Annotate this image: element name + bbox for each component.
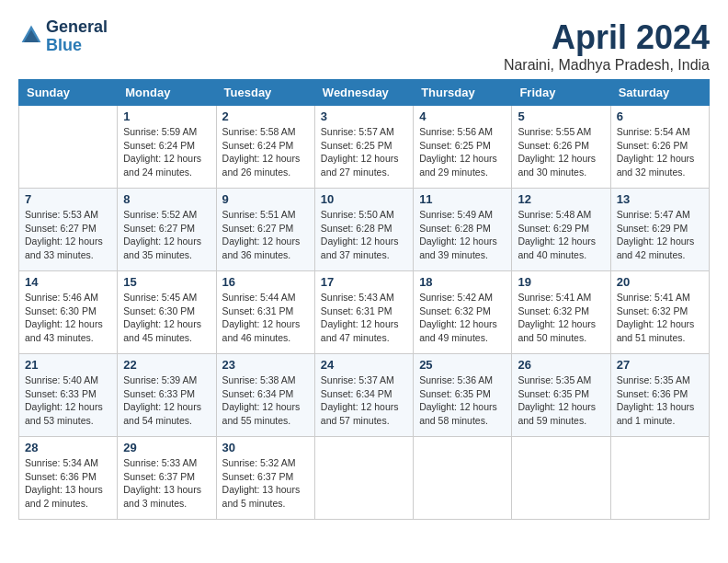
day-number-12: 12	[518, 192, 604, 206]
cell-w2-d5: 11Sunrise: 5:49 AMSunset: 6:28 PMDayligh…	[414, 189, 512, 271]
logo-text-line1: General	[46, 18, 108, 37]
day-info-4: Sunrise: 5:56 AMSunset: 6:25 PMDaylight:…	[419, 125, 506, 179]
day-number-28: 28	[25, 441, 111, 454]
day-info-25: Sunrise: 5:36 AMSunset: 6:35 PMDaylight:…	[419, 373, 506, 428]
week-row-4: 21Sunrise: 5:40 AMSunset: 6:33 PMDayligh…	[19, 354, 710, 437]
day-info-9: Sunrise: 5:51 AMSunset: 6:27 PMDaylight:…	[222, 208, 309, 262]
day-info-5: Sunrise: 5:55 AMSunset: 6:26 PMDaylight:…	[518, 125, 604, 179]
cell-w2-d3: 9Sunrise: 5:51 AMSunset: 6:27 PMDaylight…	[216, 189, 314, 271]
day-number-18: 18	[419, 275, 506, 289]
cell-w1-d5: 4Sunrise: 5:56 AMSunset: 6:25 PMDaylight…	[414, 106, 512, 189]
cell-w2-d7: 13Sunrise: 5:47 AMSunset: 6:29 PMDayligh…	[610, 189, 709, 271]
cell-w3-d1: 14Sunrise: 5:46 AMSunset: 6:30 PMDayligh…	[19, 271, 118, 354]
logo-text-line2: Blue	[46, 37, 108, 55]
day-number-4: 4	[419, 109, 506, 123]
day-number-17: 17	[321, 275, 407, 289]
col-wednesday: Wednesday	[314, 80, 413, 106]
cell-w4-d1: 21Sunrise: 5:40 AMSunset: 6:33 PMDayligh…	[19, 354, 118, 437]
day-number-5: 5	[518, 109, 604, 123]
cell-w5-d1: 28Sunrise: 5:34 AMSunset: 6:36 PMDayligh…	[19, 437, 118, 520]
weekday-header-row: Sunday Monday Tuesday Wednesday Thursday…	[19, 80, 710, 106]
day-info-8: Sunrise: 5:52 AMSunset: 6:27 PMDaylight:…	[123, 208, 210, 262]
day-number-3: 3	[321, 109, 407, 123]
day-info-22: Sunrise: 5:39 AMSunset: 6:33 PMDaylight:…	[123, 373, 210, 428]
day-info-1: Sunrise: 5:59 AMSunset: 6:24 PMDaylight:…	[123, 125, 210, 179]
day-number-27: 27	[617, 358, 703, 372]
day-number-6: 6	[617, 109, 703, 123]
cell-w4-d6: 26Sunrise: 5:35 AMSunset: 6:35 PMDayligh…	[512, 354, 610, 437]
logo: General Blue	[18, 18, 108, 55]
day-number-22: 22	[123, 358, 210, 372]
day-info-29: Sunrise: 5:33 AMSunset: 6:37 PMDaylight:…	[123, 456, 210, 511]
cell-w3-d6: 19Sunrise: 5:41 AMSunset: 6:32 PMDayligh…	[512, 271, 610, 354]
cell-w3-d5: 18Sunrise: 5:42 AMSunset: 6:32 PMDayligh…	[414, 271, 512, 354]
day-info-26: Sunrise: 5:35 AMSunset: 6:35 PMDaylight:…	[518, 373, 604, 428]
location: Naraini, Madhya Pradesh, India	[504, 57, 710, 74]
day-number-1: 1	[123, 109, 210, 123]
day-info-19: Sunrise: 5:41 AMSunset: 6:32 PMDaylight:…	[518, 291, 604, 345]
cell-w4-d7: 27Sunrise: 5:35 AMSunset: 6:36 PMDayligh…	[610, 354, 709, 437]
day-info-28: Sunrise: 5:34 AMSunset: 6:36 PMDaylight:…	[25, 456, 111, 511]
day-number-23: 23	[222, 358, 309, 372]
day-number-2: 2	[222, 109, 309, 123]
day-number-14: 14	[25, 275, 111, 289]
day-info-21: Sunrise: 5:40 AMSunset: 6:33 PMDaylight:…	[25, 373, 111, 428]
day-number-24: 24	[321, 358, 407, 372]
cell-w3-d7: 20Sunrise: 5:41 AMSunset: 6:32 PMDayligh…	[610, 271, 709, 354]
week-row-3: 14Sunrise: 5:46 AMSunset: 6:30 PMDayligh…	[19, 271, 710, 354]
cell-w2-d2: 8Sunrise: 5:52 AMSunset: 6:27 PMDaylight…	[118, 189, 216, 271]
cell-w4-d3: 23Sunrise: 5:38 AMSunset: 6:34 PMDayligh…	[216, 354, 314, 437]
day-number-11: 11	[419, 192, 506, 206]
col-tuesday: Tuesday	[216, 80, 314, 106]
col-monday: Monday	[118, 80, 216, 106]
cell-w3-d4: 17Sunrise: 5:43 AMSunset: 6:31 PMDayligh…	[314, 271, 413, 354]
day-number-25: 25	[419, 358, 506, 372]
day-info-6: Sunrise: 5:54 AMSunset: 6:26 PMDaylight:…	[617, 125, 703, 179]
day-info-12: Sunrise: 5:48 AMSunset: 6:29 PMDaylight:…	[518, 208, 604, 262]
cell-w1-d7: 6Sunrise: 5:54 AMSunset: 6:26 PMDaylight…	[610, 106, 709, 189]
day-info-2: Sunrise: 5:58 AMSunset: 6:24 PMDaylight:…	[222, 125, 309, 179]
day-number-21: 21	[25, 358, 111, 372]
day-info-7: Sunrise: 5:53 AMSunset: 6:27 PMDaylight:…	[25, 208, 111, 262]
cell-w1-d6: 5Sunrise: 5:55 AMSunset: 6:26 PMDaylight…	[512, 106, 610, 189]
week-row-1: 1Sunrise: 5:59 AMSunset: 6:24 PMDaylight…	[19, 106, 710, 189]
day-number-29: 29	[123, 441, 210, 454]
day-info-13: Sunrise: 5:47 AMSunset: 6:29 PMDaylight:…	[617, 208, 703, 262]
day-info-3: Sunrise: 5:57 AMSunset: 6:25 PMDaylight:…	[321, 125, 407, 179]
cell-w4-d5: 25Sunrise: 5:36 AMSunset: 6:35 PMDayligh…	[414, 354, 512, 437]
cell-w5-d7	[610, 437, 709, 520]
cell-w1-d2: 1Sunrise: 5:59 AMSunset: 6:24 PMDaylight…	[118, 106, 216, 189]
day-info-11: Sunrise: 5:49 AMSunset: 6:28 PMDaylight:…	[419, 208, 506, 262]
day-number-15: 15	[123, 275, 210, 289]
day-info-23: Sunrise: 5:38 AMSunset: 6:34 PMDaylight:…	[222, 373, 309, 428]
day-number-26: 26	[518, 358, 604, 372]
day-number-16: 16	[222, 275, 309, 289]
cell-w2-d4: 10Sunrise: 5:50 AMSunset: 6:28 PMDayligh…	[314, 189, 413, 271]
day-info-14: Sunrise: 5:46 AMSunset: 6:30 PMDaylight:…	[25, 291, 111, 345]
day-info-24: Sunrise: 5:37 AMSunset: 6:34 PMDaylight:…	[321, 373, 407, 428]
cell-w5-d3: 30Sunrise: 5:32 AMSunset: 6:37 PMDayligh…	[216, 437, 314, 520]
day-info-30: Sunrise: 5:32 AMSunset: 6:37 PMDaylight:…	[222, 456, 309, 511]
day-number-19: 19	[518, 275, 604, 289]
col-thursday: Thursday	[414, 80, 512, 106]
day-number-9: 9	[222, 192, 309, 206]
cell-w3-d2: 15Sunrise: 5:45 AMSunset: 6:30 PMDayligh…	[118, 271, 216, 354]
cell-w5-d6	[512, 437, 610, 520]
cell-w1-d3: 2Sunrise: 5:58 AMSunset: 6:24 PMDaylight…	[216, 106, 314, 189]
day-info-16: Sunrise: 5:44 AMSunset: 6:31 PMDaylight:…	[222, 291, 309, 345]
cell-w2-d6: 12Sunrise: 5:48 AMSunset: 6:29 PMDayligh…	[512, 189, 610, 271]
day-info-10: Sunrise: 5:50 AMSunset: 6:28 PMDaylight:…	[321, 208, 407, 262]
day-number-7: 7	[25, 192, 111, 206]
cell-w1-d4: 3Sunrise: 5:57 AMSunset: 6:25 PMDaylight…	[314, 106, 413, 189]
cell-w1-d1	[19, 106, 118, 189]
day-number-30: 30	[222, 441, 309, 454]
day-info-17: Sunrise: 5:43 AMSunset: 6:31 PMDaylight:…	[321, 291, 407, 345]
page-container: General Blue April 2024 Naraini, Madhya …	[18, 18, 710, 520]
title-block: April 2024 Naraini, Madhya Pradesh, Indi…	[504, 18, 710, 74]
day-number-10: 10	[321, 192, 407, 206]
month-title: April 2024	[504, 18, 710, 57]
cell-w2-d1: 7Sunrise: 5:53 AMSunset: 6:27 PMDaylight…	[19, 189, 118, 271]
cell-w4-d4: 24Sunrise: 5:37 AMSunset: 6:34 PMDayligh…	[314, 354, 413, 437]
cell-w5-d5	[414, 437, 512, 520]
col-saturday: Saturday	[610, 80, 709, 106]
